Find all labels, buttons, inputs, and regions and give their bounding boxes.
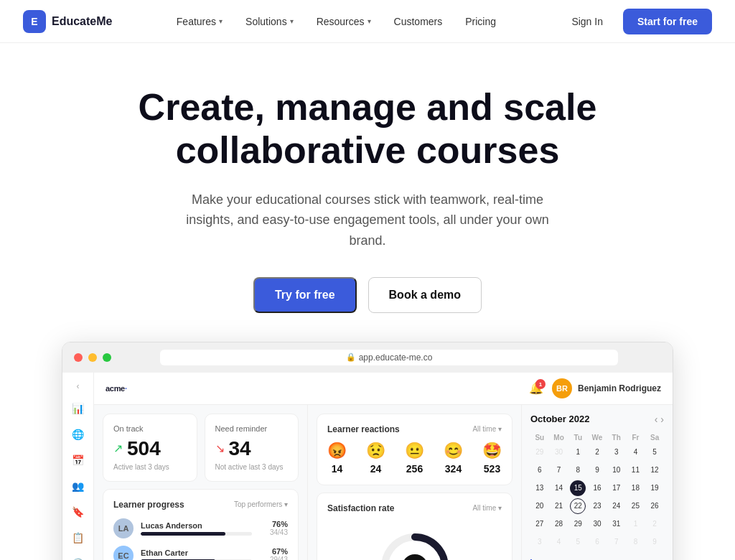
calendar-day[interactable]: 5 [570,534,586,550]
calendar-day[interactable]: 3 [609,444,624,460]
learner-row: EC Ethan Carter 67% 29/43 [113,546,288,560]
day-header-mo: Mo [550,432,568,443]
sidebar-item-calendar-small[interactable]: 📅 [67,449,90,472]
satisfaction-card: Satisfaction rate All time ▾ 6% [317,493,512,560]
nav-customers[interactable]: Customers [384,10,453,33]
calendar-day[interactable]: 30 [589,516,605,532]
logo-text: EducateMe [52,15,112,28]
calendar-day[interactable]: 20 [532,498,548,514]
calendar-day[interactable]: 29 [570,516,586,532]
reaction-item: 😡 14 [327,442,347,475]
sidebar-item-bookmark[interactable]: 🔖 [67,500,90,523]
calendar-day[interactable]: 7 [609,534,624,550]
logo[interactable]: E EducateMe [23,10,112,33]
calendar-day[interactable]: 30 [551,444,567,460]
start-button[interactable]: Start for free [623,9,712,34]
calendar-day[interactable]: 5 [647,444,663,460]
calendar-day[interactable]: 8 [570,462,586,478]
progress-bar [141,532,252,536]
learner-info: Lucas Anderson [141,521,252,536]
next-month-button[interactable]: › [660,414,664,425]
progress-filter[interactable]: Top performers ▾ [234,500,288,508]
prev-month-button[interactable]: ‹ [655,414,658,425]
calendar-day[interactable]: 7 [551,462,567,478]
need-reminder-value: 34 [229,437,251,460]
satisfaction-filter[interactable]: All time ▾ [472,504,502,512]
calendar-day[interactable]: 4 [551,534,567,550]
calendar-day[interactable]: 26 [647,498,663,514]
browser-mockup: 🔒 app.educate-me.co ‹ 📊 🌐 📅 👥 🔖 📋 🕐 ☆ ⚙️… [45,342,690,560]
minimize-dot [88,353,97,362]
calendar-day[interactable]: 12 [647,462,663,478]
sidebar-item-globe[interactable]: 🌐 [67,423,90,446]
hero-subtitle: Make your educational courses stick with… [167,190,568,251]
sidebar-item-chart[interactable]: 📊 [67,397,90,420]
calendar-day[interactable]: 21 [551,498,567,514]
day-header-su: Su [530,432,549,443]
calendar-day[interactable]: 19 [647,480,663,496]
calendar-day[interactable]: 6 [589,534,605,550]
calendar-grid: Su Mo Tu We Th Fr Sa 29 30 1 2 3 [530,432,664,551]
try-free-button[interactable]: Try for free [253,277,357,313]
chevron-down-icon: ▾ [368,17,371,25]
dashboard: ‹ 📊 🌐 📅 👥 🔖 📋 🕐 ☆ ⚙️ 🔗 ℹ️ acme· [62,373,673,560]
calendar-day[interactable]: 2 [589,444,605,460]
user-profile[interactable]: BR Benjamin Rodriguez [552,378,661,398]
notification-icon[interactable]: 🔔 1 [529,381,543,395]
calendar-day[interactable]: 27 [532,516,548,532]
calendar-day[interactable]: 16 [589,480,605,496]
calendar-day[interactable]: 24 [609,498,624,514]
calendar-day[interactable]: 29 [532,444,548,460]
calendar-day[interactable]: 11 [627,462,643,478]
calendar-selected-day[interactable]: 22 [570,498,586,514]
sidebar-item-list[interactable]: 📋 [67,526,90,549]
calendar-day[interactable]: 10 [609,462,624,478]
close-dot [74,353,83,362]
calendar-day[interactable]: 28 [551,516,567,532]
url-bar: 🔒 app.educate-me.co [160,350,618,365]
learner-percent: 67% [259,547,288,556]
calendar-day[interactable]: 14 [551,480,567,496]
reactions-filter[interactable]: All time ▾ [472,425,502,433]
hero-buttons: Try for free Book a demo [103,277,632,313]
on-track-card: On track ↗ 504 Active last 3 days [103,414,197,482]
need-reminder-card: Need reminder ↘ 34 Not active last 3 day… [205,414,299,482]
signin-button[interactable]: Sign In [560,10,614,33]
reactions-title: Learner reactions [327,424,400,434]
calendar-day[interactable]: 25 [627,498,643,514]
calendar-day[interactable]: 1 [570,444,586,460]
calendar-day[interactable]: 4 [627,444,643,460]
nav-resources[interactable]: Resources ▾ [306,10,381,33]
calendar-day[interactable]: 6 [532,462,548,478]
book-demo-button[interactable]: Book a demo [368,277,482,313]
calendar-day[interactable]: 9 [589,462,605,478]
calendar-day[interactable]: 9 [647,534,663,550]
nav-features[interactable]: Features ▾ [167,10,233,33]
calendar-day[interactable]: 23 [589,498,605,514]
nav-pricing[interactable]: Pricing [455,10,506,33]
need-reminder-value-row: ↘ 34 [215,437,289,460]
browser-window: 🔒 app.educate-me.co ‹ 📊 🌐 📅 👥 🔖 📋 🕐 ☆ ⚙️… [62,342,673,560]
dashboard-topbar: acme· 🔔 1 BR Benjamin Rodriguez [94,373,673,405]
avatar: LA [113,518,134,538]
calendar-day[interactable]: 3 [532,534,548,550]
calendar-day[interactable]: 17 [609,480,624,496]
calendar-day[interactable]: 31 [609,516,624,532]
calendar-day[interactable]: 8 [627,534,643,550]
sidebar-item-clock[interactable]: 🕐 [67,552,90,560]
reactions-card: Learner reactions All time ▾ 😡 14 [317,414,512,485]
calendar-day[interactable]: 18 [627,480,643,496]
calendar-day[interactable]: 13 [532,480,548,496]
sidebar-item-users[interactable]: 👥 [67,475,90,498]
hero-title: Create, manage and scale collaborative c… [103,86,632,172]
reaction-count-4: 324 [445,463,462,475]
sidebar-collapse-icon[interactable]: ‹ [77,381,80,391]
calendar-nav: ‹ › [655,414,664,425]
gauge-wrapper: 6% ▶ [327,521,502,560]
hero-section: Create, manage and scale collaborative c… [80,43,655,342]
calendar-day[interactable]: 2 [647,516,663,532]
learner-row: LA Lucas Anderson 76% 34/43 [113,518,288,538]
nav-solutions[interactable]: Solutions ▾ [235,10,304,33]
calendar-day[interactable]: 1 [627,516,643,532]
calendar-today[interactable]: 15 [570,480,586,496]
